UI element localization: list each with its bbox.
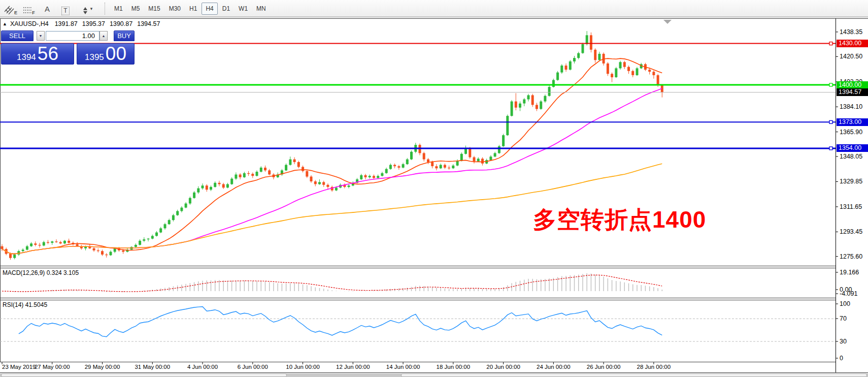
- candle-body: [657, 75, 659, 85]
- rsi-line: [19, 307, 662, 337]
- candle-body: [63, 241, 66, 243]
- candle-body: [135, 245, 137, 247]
- candle-body: [110, 252, 112, 256]
- date-label: 4 Jun 00:00: [187, 364, 218, 370]
- candle-body: [335, 187, 338, 190]
- date-label: 24 Jun 00:00: [537, 364, 571, 370]
- candle-body: [51, 241, 53, 243]
- hline-handle-1400[interactable]: [829, 83, 832, 86]
- candle-body: [243, 173, 246, 177]
- candle-body: [306, 171, 308, 177]
- volume-input[interactable]: [46, 31, 99, 41]
- one-click-trading-panel: SELL ▼ ▲ BUY 1394 56 1395 00: [1, 30, 135, 65]
- candle-body: [498, 146, 500, 153]
- candle-body: [423, 153, 425, 159]
- price-tick-label: 1438.35: [840, 28, 868, 36]
- candle-body: [193, 193, 195, 198]
- candle-body: [410, 152, 413, 160]
- mt4-window: E F A T ▾ M1M5M15M30H1H4D1W1MN ▲ XAUUSD-…: [0, 0, 868, 377]
- candle-body: [469, 148, 471, 158]
- candle-body: [627, 67, 630, 71]
- candle-body: [527, 95, 530, 99]
- price-tick-label: 1311.65: [840, 203, 868, 210]
- candle-body: [59, 242, 62, 244]
- candle-body: [381, 173, 383, 176]
- price-badge-1373.00: 1373.00: [837, 118, 868, 126]
- candle-body: [477, 159, 480, 161]
- candle-body: [293, 160, 296, 162]
- ohlc-close: 1394.57: [137, 20, 160, 27]
- candle-body: [239, 175, 242, 177]
- macd-axis-label: 19.166: [840, 269, 868, 276]
- buy-price-button[interactable]: 1395 00: [77, 43, 135, 65]
- candle-body: [565, 66, 567, 70]
- candle-body: [452, 166, 454, 168]
- ohlc-high: 1395.37: [82, 20, 105, 27]
- hline-handle-1373[interactable]: [829, 120, 832, 123]
- autoscroll-marker-icon[interactable]: [663, 20, 672, 24]
- horizontal-scrollbar[interactable]: [0, 373, 868, 377]
- macd-axis-label: -4.091: [840, 290, 868, 297]
- candle-body: [582, 44, 584, 53]
- candle-body: [226, 184, 229, 188]
- candle-body: [222, 184, 225, 188]
- candle-body: [168, 220, 171, 224]
- candle-body: [364, 175, 367, 177]
- collapse-arrow-icon[interactable]: ▲: [3, 21, 7, 26]
- candle-body: [76, 244, 79, 246]
- candle-body: [218, 183, 221, 184]
- price-tick-label: 1384.10: [840, 103, 868, 110]
- candle-body: [214, 183, 216, 187]
- candle-body: [560, 66, 563, 73]
- candle-body: [619, 62, 622, 68]
- candle-body: [406, 160, 409, 165]
- candle-body: [122, 250, 124, 252]
- candle-body: [172, 215, 175, 221]
- date-label: 10 Jun 00:00: [286, 364, 320, 370]
- candle-body: [615, 68, 617, 77]
- candle-body: [548, 87, 551, 96]
- candle-body: [289, 160, 291, 165]
- candle-body: [506, 116, 509, 135]
- candle-body: [544, 96, 546, 102]
- candle-body: [34, 243, 37, 245]
- volume-increase-button[interactable]: ▲: [99, 31, 108, 41]
- hline-handle-1354[interactable]: [829, 147, 832, 150]
- candle-body: [318, 182, 321, 184]
- candle-body: [9, 254, 12, 258]
- candle-body: [26, 246, 28, 250]
- candle-body: [393, 165, 396, 167]
- candle-body: [502, 135, 505, 146]
- sell-price-minor: 56: [38, 44, 58, 64]
- chart-text-annotation[interactable]: 多空转折点1400: [533, 204, 706, 236]
- candle-body: [326, 185, 329, 187]
- hline-handle-1430[interactable]: [829, 42, 832, 45]
- candle-body: [377, 176, 379, 178]
- rsi-axis-label: 100: [840, 300, 868, 307]
- price-badge-1394.57: 1394.57: [837, 88, 868, 96]
- sell-price-button[interactable]: 1394 56: [1, 43, 74, 65]
- candle-body: [348, 185, 350, 187]
- candle-body: [143, 239, 145, 241]
- candle-body: [155, 233, 158, 236]
- candle-body: [180, 208, 183, 211]
- price-badge-1354.00: 1354.00: [837, 144, 868, 152]
- candle-body: [607, 64, 609, 74]
- candle-body: [456, 161, 459, 166]
- candle-body: [511, 102, 513, 116]
- candle-body: [43, 242, 45, 246]
- candle-body: [93, 248, 95, 250]
- candle-body: [531, 95, 534, 105]
- candle-body: [577, 53, 580, 58]
- candle-body: [427, 160, 429, 162]
- candle-body: [569, 61, 572, 70]
- date-label: 31 May 00:00: [135, 364, 170, 370]
- volume-decrease-button[interactable]: ▼: [37, 31, 45, 41]
- buy-button[interactable]: BUY: [114, 30, 135, 41]
- candle-body: [302, 167, 304, 171]
- sell-button[interactable]: SELL: [1, 30, 34, 41]
- price-tick-label: 1365.90: [840, 129, 868, 136]
- date-label: 23 May 2019: [2, 364, 36, 370]
- candle-body: [489, 156, 492, 160]
- buy-price-major: 1395: [85, 52, 104, 65]
